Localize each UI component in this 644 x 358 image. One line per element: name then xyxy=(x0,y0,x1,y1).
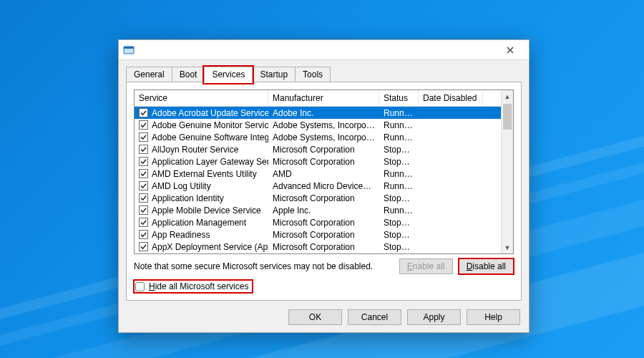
scroll-thumb[interactable] xyxy=(503,104,512,130)
manufacturer-cell: Microsoft Corporation xyxy=(268,241,379,253)
table-row[interactable]: App ReadinessMicrosoft CorporationStoppe… xyxy=(135,228,501,241)
date-disabled-cell xyxy=(419,198,483,199)
vertical-scrollbar[interactable]: ▲ ▼ xyxy=(501,90,513,253)
disable-all-label: isable all xyxy=(472,261,506,271)
table-row[interactable]: Apple Mobile Device ServiceApple Inc.Run… xyxy=(135,204,501,216)
ok-button[interactable]: OK xyxy=(288,309,342,325)
row-checkbox[interactable] xyxy=(139,218,148,227)
table-row[interactable]: Adobe Acrobat Update ServiceAdobe Inc.Ru… xyxy=(135,107,501,119)
service-name: Adobe Acrobat Update Service xyxy=(152,108,268,118)
disable-all-mnemonic: D xyxy=(467,261,473,271)
tab-boot[interactable]: Boot xyxy=(172,67,205,82)
list-header[interactable]: Service Manufacturer Status Date Disable… xyxy=(135,90,501,107)
tab-bar: GeneralBootServicesStartupTools xyxy=(119,60,529,82)
hide-microsoft-checkbox[interactable] xyxy=(135,282,145,291)
status-cell: Running xyxy=(379,132,419,143)
date-disabled-cell xyxy=(419,173,483,175)
manufacturer-cell: Advanced Micro Devices, I... xyxy=(268,180,379,192)
status-cell: Stopped xyxy=(379,229,419,241)
date-disabled-cell xyxy=(419,149,483,150)
table-row[interactable]: Adobe Genuine Software Integri...Adobe S… xyxy=(135,131,501,143)
disable-all-button[interactable]: Disable all xyxy=(459,258,514,274)
manufacturer-cell: Microsoft Corporation xyxy=(268,217,379,228)
date-disabled-cell xyxy=(419,234,483,236)
service-name: AMD Log Utility xyxy=(152,181,211,191)
service-name: Adobe Genuine Monitor Service xyxy=(152,120,268,130)
msconfig-window: GeneralBootServicesStartupTools Service … xyxy=(118,39,530,333)
table-row[interactable]: Application IdentityMicrosoft Corporatio… xyxy=(135,192,501,204)
dialog-button-row: OK Cancel Apply Help xyxy=(119,305,529,332)
row-checkbox[interactable] xyxy=(139,132,148,142)
col-date-disabled[interactable]: Date Disabled xyxy=(419,90,483,106)
hide-microsoft-label[interactable]: Hide all Microsoft services xyxy=(149,281,248,291)
service-name: Application Identity xyxy=(152,193,224,203)
date-disabled-cell xyxy=(419,210,483,211)
status-cell: Running xyxy=(379,180,419,192)
service-name: App Readiness xyxy=(152,230,210,240)
tab-general[interactable]: General xyxy=(126,67,172,82)
service-name: Application Layer Gateway Service xyxy=(152,157,268,167)
hide-mnemonic: H xyxy=(149,281,155,291)
table-row[interactable]: AppX Deployment Service (AppX...Microsof… xyxy=(135,241,501,253)
col-service[interactable]: Service xyxy=(135,90,268,106)
service-name: AppX Deployment Service (AppX... xyxy=(152,242,268,252)
col-manufacturer[interactable]: Manufacturer xyxy=(268,90,379,106)
row-checkbox[interactable] xyxy=(139,181,148,190)
note-text: Note that some secure Microsoft services… xyxy=(134,261,394,271)
status-cell: Stopped xyxy=(379,217,419,228)
table-row[interactable]: Adobe Genuine Monitor ServiceAdobe Syste… xyxy=(135,119,501,131)
msconfig-icon xyxy=(123,44,135,56)
tab-tools[interactable]: Tools xyxy=(295,67,331,82)
manufacturer-cell: AMD xyxy=(268,168,379,180)
row-checkbox[interactable] xyxy=(139,157,148,166)
status-cell: Stopped xyxy=(379,144,419,155)
manufacturer-cell: Microsoft Corporation xyxy=(268,156,379,168)
apply-button[interactable]: Apply xyxy=(407,309,461,325)
row-checkbox[interactable] xyxy=(139,205,148,215)
enable-all-button[interactable]: Enable all xyxy=(399,258,453,274)
services-panel: Service Manufacturer Status Date Disable… xyxy=(126,82,522,301)
table-row[interactable]: Application Layer Gateway ServiceMicroso… xyxy=(135,155,501,168)
row-checkbox[interactable] xyxy=(139,145,148,154)
enable-all-label: nable all xyxy=(413,261,445,271)
row-checkbox[interactable] xyxy=(139,108,148,117)
status-cell: Stopped xyxy=(379,241,419,253)
row-checkbox[interactable] xyxy=(139,230,148,239)
services-listview[interactable]: Service Manufacturer Status Date Disable… xyxy=(134,90,514,254)
manufacturer-cell: Adobe Systems, Incorpora... xyxy=(268,120,379,131)
date-disabled-cell xyxy=(419,246,483,248)
table-row[interactable]: Application ManagementMicrosoft Corporat… xyxy=(135,216,501,228)
manufacturer-cell: Adobe Systems, Incorpora... xyxy=(268,132,379,143)
date-disabled-cell xyxy=(419,125,483,126)
status-cell: Running xyxy=(379,107,419,119)
date-disabled-cell xyxy=(419,112,483,114)
date-disabled-cell xyxy=(419,185,483,187)
col-status[interactable]: Status xyxy=(379,90,419,106)
hide-microsoft-row: Hide all Microsoft services xyxy=(134,280,253,293)
table-row[interactable]: AMD External Events UtilityAMDRunning xyxy=(135,168,501,180)
tab-startup[interactable]: Startup xyxy=(252,67,296,82)
scroll-track[interactable] xyxy=(502,102,513,241)
table-row[interactable]: AllJoyn Router ServiceMicrosoft Corporat… xyxy=(135,143,501,155)
scroll-up-icon[interactable]: ▲ xyxy=(502,90,513,102)
row-checkbox[interactable] xyxy=(139,120,148,130)
row-checkbox[interactable] xyxy=(139,193,148,203)
manufacturer-cell: Microsoft Corporation xyxy=(268,193,379,204)
tab-services[interactable]: Services xyxy=(204,67,253,82)
service-name: AllJoyn Router Service xyxy=(152,145,238,155)
manufacturer-cell: Adobe Inc. xyxy=(268,107,379,119)
service-name: Adobe Genuine Software Integri... xyxy=(152,132,268,142)
date-disabled-cell xyxy=(419,137,483,138)
manufacturer-cell: Microsoft Corporation xyxy=(268,229,379,241)
scroll-down-icon[interactable]: ▼ xyxy=(502,241,513,253)
date-disabled-cell xyxy=(419,222,483,223)
cancel-button[interactable]: Cancel xyxy=(348,309,401,325)
status-cell: Stopped xyxy=(379,156,419,168)
close-button[interactable] xyxy=(496,41,525,59)
table-row[interactable]: AMD Log UtilityAdvanced Micro Devices, I… xyxy=(135,180,501,192)
row-checkbox[interactable] xyxy=(139,169,148,178)
row-checkbox[interactable] xyxy=(139,242,148,251)
help-button[interactable]: Help xyxy=(467,309,520,325)
manufacturer-cell: Microsoft Corporation xyxy=(268,144,379,155)
titlebar xyxy=(119,40,529,60)
